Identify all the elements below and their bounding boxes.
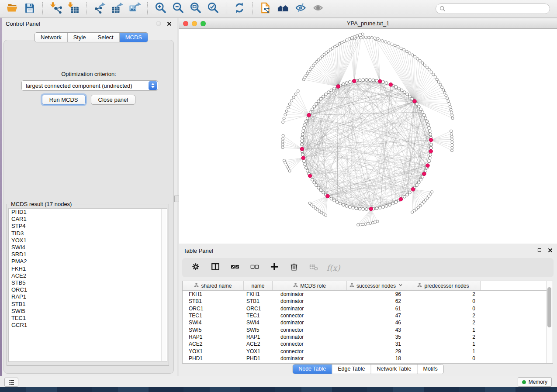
delete-row-button[interactable]: [288, 262, 300, 273]
mcds-result-item[interactable]: STB1: [9, 301, 167, 308]
deselect-all-button[interactable]: [249, 262, 260, 273]
hide-selected-button[interactable]: [292, 1, 309, 16]
tab-style[interactable]: Style: [68, 33, 92, 42]
task-history-button[interactable]: [4, 378, 18, 387]
mcds-result-item[interactable]: PMA2: [9, 258, 167, 265]
run-mcds-button[interactable]: Run MCDS: [42, 95, 86, 105]
toolbar-separator: [42, 2, 43, 15]
zoom-in-button[interactable]: [152, 1, 170, 16]
tab-select[interactable]: Select: [92, 33, 120, 42]
zoom-selected-button[interactable]: [204, 1, 222, 16]
desktop-wallpaper-bottom: [0, 387, 557, 392]
mcds-result-item[interactable]: SWI4: [9, 244, 167, 251]
splitter-grip[interactable]: [174, 196, 179, 202]
mcds-result-item[interactable]: CAR1: [9, 216, 167, 223]
refresh-button[interactable]: [231, 1, 248, 16]
export-image-button[interactable]: [126, 1, 143, 16]
mcds-result-item[interactable]: STP4: [9, 223, 167, 230]
close-panel-icon[interactable]: [166, 20, 173, 27]
mcds-result-item[interactable]: STB5: [9, 279, 167, 286]
column-layout-button[interactable]: [210, 262, 221, 273]
table-scrollbar-thumb[interactable]: [547, 287, 551, 327]
memory-status-icon: [522, 380, 526, 384]
show-eye-button[interactable]: [309, 1, 327, 16]
close-window-button[interactable]: [183, 21, 188, 26]
export-network-button[interactable]: [91, 1, 108, 16]
table-row[interactable]: YOX1YOX1connector291: [183, 347, 553, 354]
table-row[interactable]: FKH1FKH1dominator962: [183, 291, 553, 298]
network-window-title: YPA_prune.txt_1: [179, 19, 557, 28]
zoom-window-button[interactable]: [201, 21, 206, 26]
table-row[interactable]: SWI5SWI5connector431: [183, 326, 553, 333]
save-button[interactable]: [21, 1, 38, 16]
settings-button[interactable]: [190, 262, 201, 273]
mcds-list-scrollbar[interactable]: [161, 209, 166, 361]
mcds-result-list[interactable]: PHD1CAR1STP4TID3YOX1SWI4SRD1PMA2FKH1ACE2…: [8, 208, 167, 362]
mcds-result-item[interactable]: ORC1: [9, 286, 167, 293]
column-header-name[interactable]: name: [244, 281, 273, 290]
table-cell: 43: [347, 327, 406, 333]
mcds-result-item[interactable]: YOX1: [9, 237, 167, 244]
mcds-result-item[interactable]: RAP1: [9, 293, 167, 300]
tab-mcds[interactable]: MCDS: [120, 33, 148, 42]
float-table-panel-icon[interactable]: [536, 247, 543, 254]
deselect-all-icon: [250, 262, 259, 273]
mcds-result-item[interactable]: SRD1: [9, 251, 167, 258]
zoom-out-button[interactable]: [170, 1, 187, 16]
table-row[interactable]: RAP1RAP1dominator352: [183, 334, 553, 340]
export-table-button[interactable]: [108, 1, 126, 16]
search-box: [436, 3, 550, 14]
table-row[interactable]: STB1STB1dominator620: [183, 298, 553, 305]
tab-node-table[interactable]: Node Table: [293, 364, 332, 374]
table-cell: 96: [347, 291, 406, 297]
table-row[interactable]: ORC1ORC1dominator610: [183, 305, 553, 312]
memory-button[interactable]: Memory: [518, 377, 552, 387]
mcds-result-item[interactable]: GCR1: [9, 322, 167, 329]
mcds-result-item[interactable]: SWI5: [9, 308, 167, 315]
column-type-icon: [293, 283, 298, 289]
table-cell: dominator: [273, 320, 347, 326]
column-header-label: predecessor nodes: [424, 283, 469, 289]
network-from-file-button[interactable]: [257, 1, 274, 16]
table-cell: connector: [273, 327, 347, 333]
criterion-select[interactable]: largest connected component (undirected): [21, 80, 158, 91]
select-all-button[interactable]: [229, 262, 241, 273]
save-icon: [24, 2, 36, 16]
table-row[interactable]: TEC1TEC1connector472: [183, 312, 553, 319]
mcds-result-item[interactable]: FKH1: [9, 265, 167, 272]
tab-network-table[interactable]: Network Table: [371, 364, 418, 374]
home-button[interactable]: [274, 1, 292, 16]
table-row[interactable]: SWI4SWI4dominator462: [183, 319, 553, 326]
close-table-panel-icon[interactable]: [547, 247, 554, 254]
mcds-result-item[interactable]: ACE2: [9, 272, 167, 279]
network-canvas[interactable]: [179, 29, 557, 244]
minimize-window-button[interactable]: [192, 21, 197, 26]
float-panel-icon[interactable]: [155, 20, 162, 27]
column-header-predecessor-nodes[interactable]: predecessor nodes: [406, 281, 481, 290]
zoom-fit-button[interactable]: [187, 1, 204, 16]
table-cell: YOX1: [183, 348, 244, 354]
network-graph[interactable]: [179, 29, 557, 244]
table-row[interactable]: ACE2ACE2connector311: [183, 340, 553, 347]
mcds-result-item[interactable]: PHD1: [9, 209, 167, 216]
tab-motifs[interactable]: Motifs: [417, 364, 443, 374]
column-header-MCDS-role[interactable]: MCDS role: [273, 281, 347, 290]
column-type-icon: [349, 283, 354, 289]
table-scrollbar[interactable]: [547, 281, 553, 363]
open-button[interactable]: [3, 1, 21, 16]
table-row[interactable]: PHD1PHD1dominator180: [183, 355, 553, 362]
column-header-successor-nodes[interactable]: successor nodes: [347, 281, 406, 290]
tab-edge-table[interactable]: Edge Table: [332, 364, 371, 374]
add-row-button[interactable]: [269, 262, 280, 273]
close-panel-button[interactable]: Close panel: [91, 95, 136, 105]
tab-network[interactable]: Network: [35, 33, 68, 42]
import-table-button[interactable]: [65, 1, 82, 16]
search-input[interactable]: [436, 3, 550, 14]
table-cell: 46: [347, 320, 406, 326]
mcds-result-item[interactable]: TEC1: [9, 315, 167, 322]
mcds-result-item[interactable]: TID3: [9, 230, 167, 237]
import-network-button[interactable]: [47, 1, 65, 16]
column-header-shared-name[interactable]: shared name: [183, 281, 244, 290]
main-toolbar: [0, 0, 557, 18]
zoom-fit-icon: [190, 2, 202, 16]
